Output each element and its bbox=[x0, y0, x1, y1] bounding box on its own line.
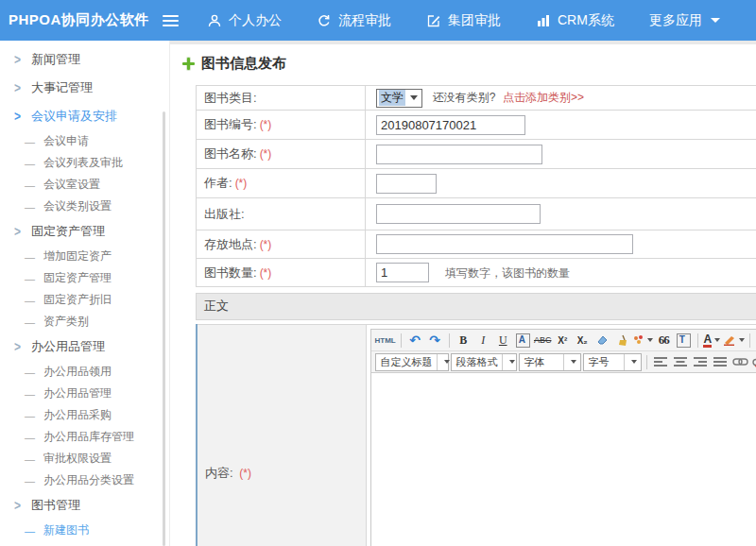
group-approval-icon bbox=[426, 13, 441, 28]
underline-button[interactable]: U bbox=[494, 332, 512, 350]
align-left-button[interactable] bbox=[652, 353, 670, 371]
app-window: PHPOA协同办公软件 个人办公 流程审批 bbox=[0, 0, 756, 546]
field-label: 出版社: bbox=[204, 207, 245, 221]
remove-format-eraser-button[interactable] bbox=[593, 332, 611, 350]
sidebar-item-label: 办公用品采购 bbox=[43, 407, 112, 423]
font-size-dropdown[interactable]: 字号 bbox=[583, 353, 642, 371]
table-row: 作者:(*) bbox=[197, 169, 756, 198]
remove-link-button[interactable] bbox=[751, 353, 756, 371]
book-category-select[interactable]: 文学 bbox=[376, 89, 422, 108]
align-right-button[interactable] bbox=[692, 353, 710, 371]
undo-button[interactable]: ↶ bbox=[406, 332, 424, 350]
sidebar-item-supplies-claim[interactable]: —办公用品领用 bbox=[0, 361, 169, 383]
dash-icon: — bbox=[25, 251, 35, 263]
nav-item-crm[interactable]: CRM系统 bbox=[536, 12, 614, 29]
sidebar-group-memorabilia[interactable]: >大事记管理 bbox=[0, 74, 169, 102]
sidebar-item-supplies-category[interactable]: —办公用品分类设置 bbox=[0, 469, 169, 491]
field-label: 图书名称: bbox=[204, 146, 257, 161]
paragraph-format-dropdown[interactable]: 段落格式 bbox=[451, 353, 517, 371]
table-row: 出版社: bbox=[197, 198, 756, 230]
dash-icon: — bbox=[25, 136, 35, 147]
field-label: 作者: bbox=[204, 176, 232, 190]
content-table: 内容: (*) HTML ↶ ↷ B I bbox=[196, 324, 756, 546]
format-brush-button[interactable] bbox=[613, 332, 631, 350]
location-input[interactable] bbox=[376, 234, 633, 254]
font-color-dropdown[interactable]: A bbox=[703, 332, 721, 350]
sidebar-item-meeting-list[interactable]: —会议列表及审批 bbox=[0, 152, 169, 174]
sidebar-item-supplies-purchase[interactable]: —办公用品采购 bbox=[0, 404, 169, 426]
sidebar-item-supplies-inventory[interactable]: —办公用品库存管理 bbox=[0, 426, 169, 448]
sidebar-item-label: 增加固定资产 bbox=[43, 248, 112, 264]
sidebar-group-label: 新闻管理 bbox=[31, 51, 80, 68]
sidebar-group-books[interactable]: >图书管理 bbox=[0, 491, 169, 520]
nav-label: CRM系统 bbox=[558, 12, 614, 29]
sidebar-group-fixed-assets[interactable]: >固定资产管理 bbox=[0, 217, 169, 246]
sidebar-group-office-supplies[interactable]: >办公用品管理 bbox=[0, 333, 169, 361]
sidebar-item-add-asset[interactable]: —增加固定资产 bbox=[0, 246, 169, 267]
theme-color-dropdown[interactable] bbox=[633, 332, 653, 350]
align-center-button[interactable] bbox=[672, 353, 690, 371]
richtext-editor: HTML ↶ ↷ B I U A ABC X² bbox=[370, 329, 756, 546]
redo-button[interactable]: ↷ bbox=[426, 332, 444, 350]
sidebar-item-approval-permission[interactable]: —审批权限设置 bbox=[0, 448, 169, 469]
sidebar-item-supplies-manage[interactable]: —办公用品管理 bbox=[0, 383, 169, 404]
table-row: 图书数量:(*) 填写数字，该图书的数量 bbox=[197, 259, 756, 287]
dash-icon: — bbox=[25, 388, 35, 400]
insert-link-button[interactable] bbox=[731, 353, 749, 371]
body-section-header: 正文 bbox=[196, 293, 756, 320]
sidebar-item-asset-depreciation[interactable]: —固定资产折旧 bbox=[0, 289, 169, 311]
custom-heading-dropdown[interactable]: 自定义标题 bbox=[375, 353, 449, 371]
sidebar-group-news[interactable]: >新闻管理 bbox=[0, 45, 169, 74]
publisher-input[interactable] bbox=[376, 204, 541, 224]
font-style-button[interactable]: A bbox=[516, 333, 530, 348]
sidebar-item-label: 办公用品管理 bbox=[43, 385, 112, 401]
dash-icon: — bbox=[25, 475, 35, 486]
sidebar-item-meeting-category[interactable]: —会议类别设置 bbox=[0, 196, 169, 217]
bold-button[interactable]: B bbox=[455, 332, 472, 350]
book-code-input[interactable] bbox=[376, 115, 525, 135]
quantity-hint: 填写数字，该图书的数量 bbox=[445, 266, 570, 280]
sidebar-item-meeting-room[interactable]: —会议室设置 bbox=[0, 174, 169, 196]
sidebar-item-label: 新建图书 bbox=[43, 522, 89, 538]
nav-item-group-approval[interactable]: 集团审批 bbox=[426, 12, 501, 29]
paste-text-button[interactable]: T bbox=[677, 333, 691, 348]
caret-down-icon bbox=[509, 360, 515, 364]
sidebar-item-book-manage[interactable]: —图书管理 bbox=[0, 541, 169, 546]
app-brand: PHPOA协同办公软件 bbox=[0, 11, 163, 29]
sidebar-item-label: 固定资产管理 bbox=[43, 270, 112, 286]
sidebar-item-asset-manage[interactable]: —固定资产管理 bbox=[0, 267, 169, 289]
nav-item-workflow-approval[interactable]: 流程审批 bbox=[317, 12, 391, 29]
sidebar-group-meeting[interactable]: >会议申请及安排 bbox=[0, 102, 169, 130]
blockquote-button[interactable]: 66 bbox=[655, 332, 673, 350]
sidebar-item-label: 会议室设置 bbox=[43, 177, 100, 193]
sidebar-item-new-book[interactable]: —新建图书 bbox=[0, 520, 169, 541]
nav-item-personal-office[interactable]: 个人办公 bbox=[207, 12, 282, 29]
no-category-text: 还没有类别? bbox=[433, 91, 496, 104]
chevron-right-icon: > bbox=[14, 498, 21, 514]
sidebar-scrollbar[interactable] bbox=[163, 111, 165, 546]
subscript-button[interactable]: X₂ bbox=[574, 332, 592, 350]
menu-toggle-icon[interactable] bbox=[163, 12, 179, 29]
italic-button[interactable]: I bbox=[474, 332, 492, 350]
quantity-input[interactable] bbox=[376, 263, 429, 282]
sidebar-item-label: 固定资产折旧 bbox=[43, 292, 112, 308]
source-code-button[interactable]: HTML bbox=[375, 332, 396, 350]
dash-icon: — bbox=[25, 273, 35, 284]
add-category-link[interactable]: 点击添加类别>> bbox=[503, 91, 584, 104]
editor-content-area[interactable] bbox=[371, 373, 756, 546]
align-justify-button[interactable] bbox=[712, 353, 730, 371]
caret-down-icon bbox=[714, 338, 720, 342]
dash-icon: — bbox=[25, 295, 35, 306]
book-name-input[interactable] bbox=[376, 145, 542, 164]
strikethrough-button[interactable]: ABC bbox=[534, 332, 552, 350]
editor-toolbar-row2: 自定义标题 段落格式 字体 bbox=[371, 351, 756, 373]
author-input[interactable] bbox=[376, 174, 437, 194]
nav-item-more-apps[interactable]: 更多应用 bbox=[649, 12, 720, 29]
sidebar-item-meeting-apply[interactable]: —会议申请 bbox=[0, 130, 169, 152]
dash-icon: — bbox=[25, 158, 35, 169]
highlight-color-dropdown[interactable] bbox=[723, 332, 745, 350]
sidebar-item-asset-category[interactable]: —资产类别 bbox=[0, 311, 169, 333]
font-family-dropdown[interactable]: 字体 bbox=[519, 353, 581, 371]
superscript-button[interactable]: X² bbox=[554, 332, 572, 350]
caret-down-icon bbox=[739, 338, 745, 342]
